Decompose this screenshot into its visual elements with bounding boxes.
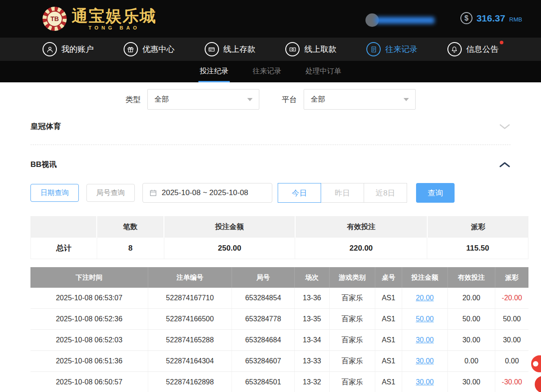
bet-amount-link[interactable]: 20.00: [416, 294, 434, 302]
nav-item-my-account[interactable]: 我的账户: [43, 42, 94, 56]
cell-table-no: AS1: [375, 351, 402, 371]
bell-icon: [447, 42, 462, 56]
floating-service-button[interactable]: [530, 354, 541, 373]
cell-table-no: AS1: [375, 288, 402, 308]
main-navigation: 我的账户 优惠中心 线上存款 线上取款 往来记录 信息公告: [0, 38, 541, 61]
service-icon: [533, 361, 538, 366]
nav-item-transaction-records[interactable]: 往来记录: [366, 42, 417, 56]
nav-item-label: 优惠中心: [142, 44, 175, 55]
header-order-id: 注单编号: [148, 267, 232, 288]
table-row: 2025-10-08 06:51:36 522874164304 6532846…: [30, 351, 528, 372]
nav-item-label: 信息公告: [466, 44, 498, 55]
cell-round-id: 653284501: [232, 372, 295, 392]
summary-header-bet-amount: 投注金额: [164, 216, 296, 238]
blurred-username-text: [375, 17, 434, 24]
floating-service-button-2[interactable]: [534, 375, 541, 392]
cell-table-no: AS1: [375, 372, 402, 392]
chevron-down-icon: [247, 98, 253, 101]
bet-amount-link[interactable]: 30.00: [416, 357, 434, 365]
quick-today-button[interactable]: 今日: [278, 183, 321, 203]
top-header-bar: TB 通宝娱乐城 TONG BAO $ 316.37 RMB: [0, 0, 541, 38]
cell-bet-time: 2025-10-08 06:53:07: [30, 288, 148, 308]
tab-bet-records[interactable]: 投注纪录: [198, 67, 230, 82]
date-range-picker[interactable]: 2025-10-08 ~ 2025-10-08: [142, 183, 272, 203]
cell-game-type: 百家乐: [330, 351, 375, 371]
cell-table-no: AS1: [375, 330, 402, 350]
cell-game-type: 百家乐: [330, 330, 375, 350]
cell-table-no: AS1: [375, 309, 402, 329]
user-icon: [43, 42, 57, 56]
type-select[interactable]: 全部: [147, 89, 259, 110]
cell-round-id: 653284778: [232, 309, 295, 329]
gift-icon: [124, 42, 138, 56]
platform-filter-label: 平台: [282, 94, 297, 105]
cell-round-id: 653284854: [232, 288, 295, 308]
query-bar: 日期查询 局号查询 2025-10-08 ~ 2025-10-08 今日 昨日 …: [30, 183, 511, 203]
section-bb-title: BB视讯: [30, 159, 57, 170]
cell-game-type: 百家乐: [330, 288, 375, 308]
nav-item-announcements[interactable]: 信息公告: [447, 42, 498, 56]
date-range-value: 2025-10-08 ~ 2025-10-08: [162, 188, 248, 197]
platform-select[interactable]: 全部: [304, 89, 416, 110]
tab-transaction-records[interactable]: 往来记录: [251, 67, 283, 82]
table-row: 2025-10-08 06:50:57 522874162898 6532845…: [30, 372, 528, 392]
nav-item-promotions[interactable]: 优惠中心: [124, 42, 175, 56]
balance-currency: RMB: [509, 16, 522, 23]
calendar-icon: [149, 189, 157, 197]
cell-payout: 50.00: [495, 309, 528, 329]
username-blurred[interactable]: [365, 13, 434, 27]
summary-total-row: 总计 8 250.00 220.00 115.50: [30, 238, 528, 259]
header-bet-amount: 投注金额: [402, 267, 448, 288]
nav-item-withdraw[interactable]: 线上取款: [285, 42, 336, 56]
cell-session: 13-33: [295, 351, 330, 371]
dollar-circle-icon: $: [460, 12, 472, 24]
record-subtabs: 投注纪录 往来记录 处理中订单: [0, 61, 541, 82]
site-logo[interactable]: TB 通宝娱乐城 TONG BAO: [43, 7, 157, 31]
bet-amount-link[interactable]: 30.00: [416, 378, 434, 386]
header-session: 场次: [295, 267, 330, 288]
cell-round-id: 653284607: [232, 351, 295, 371]
cell-valid-bet: 30.00: [448, 372, 495, 392]
nav-item-label: 我的账户: [61, 44, 94, 55]
cell-payout: -20.00: [495, 288, 528, 308]
table-row: 2025-10-08 06:53:07 522874167710 6532848…: [30, 288, 528, 309]
chevron-up-icon[interactable]: [499, 162, 511, 168]
section-bb-live[interactable]: BB视讯: [30, 145, 511, 170]
date-query-button[interactable]: 日期查询: [30, 184, 79, 202]
table-row: 2025-10-08 06:52:03 522874165288 6532846…: [30, 330, 528, 351]
cell-payout: 30.00: [495, 330, 528, 350]
cell-game-type: 百家乐: [330, 372, 375, 392]
summary-valid-bet-value: 220.00: [295, 238, 427, 259]
summary-bet-amount-value: 250.00: [164, 238, 296, 259]
withdraw-cash-icon: [285, 42, 300, 56]
bet-records-table: 下注时间 注单编号 局号 场次 游戏类别 桌号 投注金额 有效投注 派彩 202…: [30, 267, 528, 392]
platform-select-value: 全部: [311, 95, 325, 104]
nav-item-label: 线上取款: [304, 44, 336, 55]
logo-title: 通宝娱乐城: [72, 8, 157, 24]
chevron-down-icon[interactable]: [499, 124, 511, 130]
summary-header-count: 笔数: [97, 216, 164, 238]
header-round-id: 局号: [232, 267, 295, 288]
cell-order-id: 522874162898: [148, 372, 232, 392]
header-valid-bet: 有效投注: [448, 267, 495, 288]
cell-payout: 0.00: [495, 351, 528, 371]
nav-item-deposit[interactable]: 线上存款: [205, 42, 256, 56]
header-game-type: 游戏类别: [330, 267, 375, 288]
section-crown-sports[interactable]: 皇冠体育: [30, 110, 511, 145]
balance-amount: 316.37: [477, 13, 505, 24]
table-header-row: 下注时间 注单编号 局号 场次 游戏类别 桌号 投注金额 有效投注 派彩: [30, 267, 528, 288]
deposit-card-icon: [205, 42, 219, 56]
bet-amount-link[interactable]: 30.00: [416, 336, 434, 344]
search-button[interactable]: 查询: [416, 183, 455, 203]
tab-pending-orders[interactable]: 处理中订单: [304, 67, 343, 82]
records-icon: [366, 42, 381, 56]
wallet-balance[interactable]: $ 316.37 RMB: [460, 12, 522, 24]
summary-header-valid-bet: 有效投注: [296, 216, 428, 238]
header-payout: 派彩: [495, 267, 528, 288]
cell-bet-time: 2025-10-08 06:51:36: [30, 351, 148, 371]
quick-yesterday-button[interactable]: 昨日: [321, 183, 364, 203]
notification-badge-dot: [500, 41, 503, 44]
round-query-button[interactable]: 局号查询: [86, 184, 135, 202]
bet-amount-link[interactable]: 50.00: [416, 315, 434, 323]
quick-last8days-button[interactable]: 近8日: [364, 183, 407, 203]
